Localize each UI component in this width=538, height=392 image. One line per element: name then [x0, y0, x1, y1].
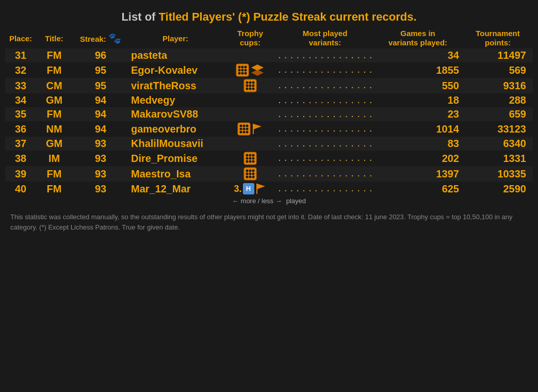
cell-games-in: 1855 — [371, 64, 464, 76]
svg-point-27 — [243, 128, 246, 130]
cell-tournament: 33123 — [464, 123, 531, 135]
cell-dots: . . . . . . . . . . . . . . . . . . — [279, 170, 371, 178]
svg-point-49 — [249, 173, 252, 175]
cell-player[interactable]: MakarovSV88 — [129, 108, 222, 120]
cell-dots: . . . . . . . . . . . . . . . . . . . . … — [279, 110, 371, 119]
cell-tournament: 569 — [464, 64, 531, 76]
cell-place: 32 — [5, 64, 36, 76]
svg-point-42 — [249, 160, 252, 163]
cell-tournament: 288 — [464, 94, 531, 106]
header-most-played: Most played variants: — [279, 29, 371, 47]
cell-games-in: 18 — [371, 94, 464, 106]
svg-point-29 — [240, 131, 242, 134]
svg-point-50 — [252, 173, 255, 175]
cell-games-in: 202 — [371, 153, 464, 165]
svg-point-18 — [252, 85, 255, 87]
svg-point-5 — [241, 69, 244, 72]
streak-icon: 🐾 — [108, 32, 121, 44]
cell-dots: . . . . . . . . . . . . . . . . . . — [279, 125, 371, 133]
svg-point-17 — [249, 85, 252, 87]
svg-point-51 — [246, 176, 249, 178]
svg-point-46 — [249, 170, 252, 172]
cell-dots: . . . . . . . . . . . . . . . . . . — [279, 81, 371, 90]
svg-point-53 — [252, 176, 255, 178]
cell-place: 34 — [5, 94, 36, 106]
svg-point-8 — [241, 72, 244, 75]
table-row: 33 CM 95 viratTheRoss . . . . . . . . . … — [5, 78, 533, 93]
cell-streak: 93 — [72, 168, 129, 180]
cell-player[interactable]: Egor-Kovalev — [129, 64, 222, 76]
cell-place: 39 — [5, 168, 36, 180]
cell-streak: 95 — [72, 64, 129, 76]
header-place: Place: — [5, 34, 36, 43]
cell-player[interactable]: Mar_12_Mar — [129, 183, 222, 195]
cell-player[interactable]: gameoverbro — [129, 123, 222, 135]
cell-dots: . . . . . . . . . . . . . . . . . . . . … — [279, 140, 371, 148]
cell-streak: 93 — [72, 183, 129, 195]
table-row: 31 FM 96 pasteta . . . . . . . . . . . .… — [5, 48, 533, 62]
cell-player[interactable]: Dire_Promise — [129, 153, 222, 165]
cell-place: 37 — [5, 138, 36, 150]
header-tournament: Tournament points: — [464, 29, 531, 47]
header-games-in: Games in variants played: — [371, 29, 464, 47]
svg-point-6 — [244, 69, 247, 72]
cell-title: CM — [36, 80, 72, 92]
cell-games-in: 1014 — [371, 123, 464, 135]
svg-point-24 — [243, 125, 246, 127]
cell-streak: 96 — [72, 50, 129, 61]
cell-dots: . . . . . . . . . . . . . . . . . . — [279, 154, 371, 162]
table-body: 31 FM 96 pasteta . . . . . . . . . . . .… — [5, 48, 533, 196]
cell-streak: 94 — [72, 94, 129, 106]
svg-point-37 — [252, 154, 255, 157]
table-row: 35 FM 94 MakarovSV88 . . . . . . . . . .… — [5, 107, 533, 121]
table-row: 39 FM 93 Maestro_Isa . . . . . . . . . .… — [5, 166, 533, 182]
header-trophy: Trophy cups: — [222, 29, 279, 47]
cell-dots: . . . . . . . . . . . . . . . . . . — [279, 66, 371, 74]
cell-player[interactable]: Medvegy — [129, 94, 222, 106]
footer-note: This statistic was collected manually, s… — [5, 210, 533, 234]
nav-arrows[interactable]: ← more / less → played — [5, 197, 533, 205]
cell-player[interactable]: pasteta — [129, 50, 222, 61]
cell-tournament: 1331 — [464, 153, 531, 165]
svg-point-48 — [246, 173, 249, 175]
svg-point-1 — [238, 66, 241, 69]
svg-point-52 — [249, 176, 252, 178]
cell-dots: . . . . . . . . . . . . . . . . . . . . … — [279, 96, 371, 105]
table-row: 36 NM 94 gameoverbro . . . . . . . . . .… — [5, 121, 533, 137]
svg-point-26 — [240, 128, 242, 130]
cell-trophy — [222, 63, 279, 77]
cell-title: FM — [36, 168, 72, 180]
table-row: 32 FM 95 Egor-Kovalev . . . . . . . . . … — [5, 62, 533, 78]
cell-player[interactable]: KhalilMousavii — [129, 138, 222, 150]
svg-point-28 — [246, 128, 249, 130]
cell-tournament: 2590 — [464, 183, 531, 195]
svg-point-40 — [252, 157, 255, 160]
svg-point-23 — [240, 125, 242, 127]
svg-point-19 — [246, 88, 249, 90]
cell-place: 33 — [5, 80, 36, 92]
cell-place: 31 — [5, 50, 36, 61]
cell-place: 36 — [5, 123, 36, 135]
nav-more-less[interactable]: ← more / less → — [232, 197, 282, 205]
title-prefix: List of — [121, 10, 155, 23]
cell-title: FM — [36, 50, 72, 61]
table-header: Place: Title: Streak: 🐾 Player: Trophy c… — [5, 28, 533, 48]
svg-point-45 — [246, 170, 249, 172]
table-row: 38 IM 93 Dire_Promise . . . . . . . . . … — [5, 151, 533, 166]
svg-point-14 — [249, 81, 252, 84]
svg-point-47 — [252, 170, 255, 172]
table-row: 37 GM 93 KhalilMousavii . . . . . . . . … — [5, 137, 533, 151]
cell-games-in: 1397 — [371, 168, 464, 180]
cell-title: IM — [36, 153, 72, 165]
header-streak: Streak: 🐾 — [72, 32, 129, 44]
cell-player[interactable]: viratTheRoss — [129, 80, 222, 92]
cell-player[interactable]: Maestro_Isa — [129, 168, 222, 180]
cell-streak: 93 — [72, 153, 129, 165]
cell-title: FM — [36, 108, 72, 120]
cell-title: GM — [36, 138, 72, 150]
cell-trophy — [222, 79, 279, 92]
svg-point-36 — [249, 154, 252, 157]
svg-point-20 — [249, 88, 252, 90]
svg-point-38 — [246, 157, 249, 160]
title-highlight: Titled Players' (*) Puzzle Streak curren… — [159, 10, 417, 23]
